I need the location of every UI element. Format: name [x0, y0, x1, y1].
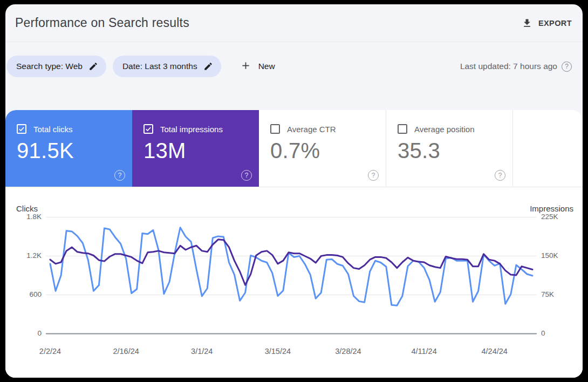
help-icon[interactable]: ?	[114, 170, 125, 181]
x-axis-tick-label: 4/24/24	[481, 347, 507, 356]
metric-value: 13M	[143, 139, 249, 163]
last-updated: Last updated: 7 hours ago ?	[460, 62, 572, 72]
metric-card-total-clicks[interactable]: Total clicks 91.5K ?	[5, 110, 132, 187]
x-axis-tick-label: 2/16/24	[113, 347, 139, 356]
new-filter-label: New	[258, 62, 275, 71]
page-title: Performance on Search results	[15, 16, 522, 30]
checked-checkbox-icon[interactable]	[143, 124, 153, 134]
help-icon[interactable]: ?	[368, 170, 379, 181]
date-range-chip[interactable]: Date: Last 3 months	[113, 56, 221, 77]
export-label: EXPORT	[538, 19, 572, 28]
x-axis-tick-label: 2/2/24	[39, 347, 61, 356]
clicks-line-series[interactable]	[50, 228, 532, 306]
filter-bar: Search type: Web Date: Last 3 months New…	[5, 42, 583, 77]
left-axis-title: Clicks	[16, 204, 38, 213]
impressions-line-series[interactable]	[50, 240, 532, 285]
metric-value: 0.7%	[270, 139, 376, 163]
x-axis-tick-label: 4/11/24	[411, 347, 436, 356]
metric-label: Average CTR	[287, 125, 336, 134]
metric-value: 35.3	[398, 139, 503, 163]
edit-pencil-icon	[203, 62, 213, 71]
left-axis-tick-label: 1.2K	[5, 251, 42, 260]
metric-cards-row: Total clicks 91.5K ? Total impressions 1…	[5, 110, 583, 187]
x-axis-tick-label: 3/1/24	[191, 347, 213, 356]
page-header: Performance on Search results EXPORT	[5, 4, 583, 42]
metric-value: 91.5K	[17, 139, 122, 163]
metric-card-average-position[interactable]: Average position 35.3 ?	[386, 110, 512, 187]
search-type-chip-label: Search type: Web	[16, 62, 83, 71]
new-filter-button[interactable]: New	[240, 60, 275, 73]
date-range-chip-label: Date: Last 3 months	[122, 62, 197, 71]
edit-pencil-icon	[88, 62, 98, 71]
report-card: Total clicks 91.5K ? Total impressions 1…	[5, 110, 583, 378]
metric-label: Total clicks	[33, 125, 73, 134]
help-icon[interactable]: ?	[562, 62, 572, 72]
chart-area: Clicks Impressions 1.8K1.2K6000225K150K7…	[5, 187, 583, 377]
metric-label: Total impressions	[160, 125, 223, 134]
metric-cards-filler	[512, 110, 583, 187]
x-axis-tick-label: 3/28/24	[335, 347, 361, 356]
x-axis-tick-label: 3/15/24	[265, 347, 291, 356]
performance-line-chart[interactable]	[46, 216, 537, 335]
unchecked-checkbox-icon[interactable]	[270, 124, 280, 134]
metric-card-total-impressions[interactable]: Total impressions 13M ?	[132, 110, 259, 187]
search-type-chip[interactable]: Search type: Web	[6, 56, 106, 77]
left-axis-tick-label: 0	[5, 329, 42, 337]
left-axis-tick-label: 1.8K	[5, 213, 42, 221]
app-window: Performance on Search results EXPORT Sea…	[5, 4, 583, 378]
metric-label: Average position	[414, 125, 474, 134]
download-icon	[522, 18, 532, 29]
metric-card-average-ctr[interactable]: Average CTR 0.7% ?	[259, 110, 386, 187]
right-axis-tick-label: 150K	[541, 251, 558, 260]
unchecked-checkbox-icon[interactable]	[398, 124, 407, 134]
help-icon[interactable]: ?	[495, 170, 505, 181]
last-updated-text: Last updated: 7 hours ago	[460, 62, 557, 71]
right-axis-title: Impressions	[530, 204, 573, 213]
help-icon[interactable]: ?	[241, 170, 252, 181]
right-axis-tick-label: 0	[541, 329, 545, 337]
right-axis-tick-label: 225K	[541, 213, 558, 221]
checked-checkbox-icon[interactable]	[17, 124, 26, 134]
right-axis-tick-label: 75K	[541, 290, 554, 298]
plus-icon	[240, 60, 251, 73]
left-axis-tick-label: 600	[5, 290, 42, 298]
export-button[interactable]: EXPORT	[522, 18, 572, 29]
